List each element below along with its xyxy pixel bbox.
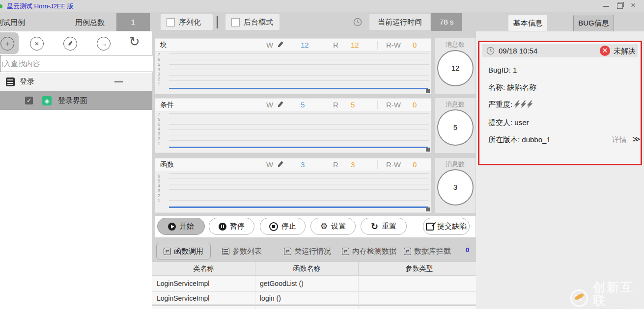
tab-parameter-list[interactable]: 参数列表 (222, 247, 262, 256)
column-function-name[interactable]: 函数名称 (255, 262, 359, 275)
background-mode-label: 后台模式 (244, 18, 273, 27)
serialize-option[interactable]: 序列化 (161, 14, 213, 30)
panel-title: 条件 (160, 101, 174, 109)
bug-id: BugID: 1 (488, 66, 517, 74)
w-label: W (266, 41, 273, 49)
w-value: 3 (301, 160, 305, 169)
settings-button[interactable]: ⚙ 设置 (310, 218, 356, 235)
table-row-partial (152, 306, 480, 309)
message-count-circle: 5 (437, 109, 474, 146)
collapse-icon[interactable] (114, 81, 123, 82)
sidebar: + × → ↻ 登录 ✓ ◈ 登录界面 (0, 31, 152, 309)
lightning-icon (520, 101, 527, 108)
tab-bug-info[interactable]: BUG信息 (573, 15, 614, 32)
tab-basic-info[interactable]: 基本信息 (508, 15, 547, 31)
tree-item-login-screen[interactable]: ✓ ◈ 登录界面 (0, 91, 152, 110)
restore-button[interactable] (614, 0, 626, 12)
panel-header-condition: 条件 W 5 R 5 R-W 0 (155, 98, 431, 111)
close-button[interactable]: × (629, 0, 641, 12)
runtime-value: 78 s (431, 13, 462, 31)
bug-info-panel: 09/18 10:54 ✕ 未解决 BugID: 1 名称: 缺陷名称 严重度:… (476, 31, 644, 309)
column-param-type[interactable]: 参数类型 (359, 262, 480, 275)
gridlines (169, 173, 429, 206)
tab-db-intercept[interactable]: ⇄ 数据库拦截 (404, 247, 451, 256)
panel-title: 函数 (160, 160, 174, 169)
item-checkbox[interactable]: ✓ (25, 97, 33, 104)
detail-link[interactable]: 详情 (612, 135, 627, 145)
panel-title: 块 (160, 41, 167, 50)
background-mode-checkbox[interactable] (231, 18, 240, 26)
bug-severity: 严重度: (488, 100, 533, 109)
stop-icon (269, 222, 278, 231)
case-total-label: 用例总数 (75, 18, 105, 27)
scrollbar-thumb[interactable] (426, 89, 430, 93)
watermark-text: 创新互联 (593, 281, 644, 307)
edit-icon[interactable] (63, 37, 77, 51)
pause-icon (219, 223, 226, 231)
double-chevron-icon[interactable]: ≫ (632, 134, 641, 144)
watermark: 创新互联 CHUANG XIN HU LIAN (570, 281, 644, 309)
table-row[interactable]: LoginServiceImpl login () (152, 292, 480, 305)
scrollbar-thumb[interactable] (426, 207, 430, 211)
panel-header-function: 函数 W 3 R 3 R-W 0 (155, 158, 431, 171)
add-icon[interactable]: + (0, 37, 14, 51)
r-label: R (333, 101, 338, 109)
bug-submitter: 提交人: user (488, 118, 529, 128)
serialize-checkbox[interactable] (167, 18, 175, 26)
spinner-badge: 0 (466, 246, 469, 254)
chart-block: 7654321 (155, 52, 431, 94)
bug-version: 所在版本: dubbo_1 (488, 135, 551, 145)
bug-name: 名称: 缺陷名称 (488, 83, 536, 92)
column-class-name[interactable]: 类名称 (152, 262, 255, 275)
y-axis-ticks: 7654321 (158, 112, 160, 146)
refresh-icon[interactable]: ↻ (129, 34, 140, 50)
r-value: 5 (351, 101, 355, 109)
run-icon[interactable]: → (97, 37, 111, 51)
background-mode-option[interactable]: 后台模式 (225, 14, 280, 30)
minimize-button[interactable] (600, 0, 612, 12)
stop-button[interactable]: 停止 (260, 218, 306, 235)
start-button[interactable]: 开始 (157, 218, 205, 235)
message-count-label: 消息数 (435, 38, 476, 49)
test-case-label: 测试用例 (0, 18, 25, 27)
rw-value: 0 (413, 101, 417, 109)
tab-function-call[interactable]: ⇄ 函数调用 (156, 243, 211, 259)
app-window: 星云测试 Horn-J2EE 版 × 测试用例 用例总数 1 序列化 后台模式 … (0, 0, 644, 309)
clock-icon (353, 18, 362, 26)
rw-value: 0 (413, 160, 417, 169)
submit-defect-icon (426, 223, 434, 231)
tree-group-login[interactable]: 登录 (0, 73, 152, 91)
play-icon (168, 223, 176, 231)
bug-card[interactable]: 09/18 10:54 ✕ 未解决 BugID: 1 名称: 缺陷名称 严重度:… (478, 41, 642, 165)
tab-memory-data[interactable]: ⇄ 内存检测数据 (342, 247, 396, 256)
tab-class-run-status[interactable]: ⇄ 类运行情况 (284, 247, 331, 256)
window-title: 星云测试 Horn-J2EE 版 (7, 2, 74, 11)
chart-line (169, 206, 428, 208)
edit-pencil-icon[interactable] (277, 41, 283, 48)
rw-value: 0 (413, 41, 417, 49)
watermark-subtext: CHUANG XIN HU LIAN (593, 307, 644, 309)
message-count-card: 消息数 3 (435, 158, 476, 213)
list-icon (222, 248, 229, 255)
table-row[interactable]: LoginServiceImpl getGoodList () (152, 276, 480, 292)
table-header-row: 类名称 函数名称 参数类型 (152, 261, 480, 276)
edit-pencil-icon[interactable] (277, 101, 283, 108)
reset-button[interactable]: ↻ 重置 (361, 218, 407, 235)
chart-function: 654321 (155, 171, 431, 213)
search-input[interactable] (0, 55, 153, 72)
title-bar: 星云测试 Horn-J2EE 版 × (0, 0, 644, 12)
y-axis-ticks: 654321 (158, 174, 160, 203)
gear-icon: ⚙ (320, 222, 328, 231)
serialize-label: 序列化 (179, 18, 201, 27)
pause-button[interactable]: 暂停 (209, 218, 254, 235)
rw-label: R-W (386, 41, 401, 49)
panel-header-block: 块 W 12 R 12 R-W 0 (155, 38, 431, 52)
edit-pencil-icon[interactable] (277, 161, 283, 168)
delete-icon[interactable]: × (30, 37, 44, 51)
scrollbar-thumb[interactable] (426, 148, 430, 152)
r-value: 12 (351, 41, 359, 49)
chart-line (169, 147, 428, 148)
submit-defect-button[interactable]: 提交缺陷 (423, 218, 470, 235)
message-count-circle: 12 (437, 50, 474, 86)
rw-label: R-W (386, 101, 401, 109)
